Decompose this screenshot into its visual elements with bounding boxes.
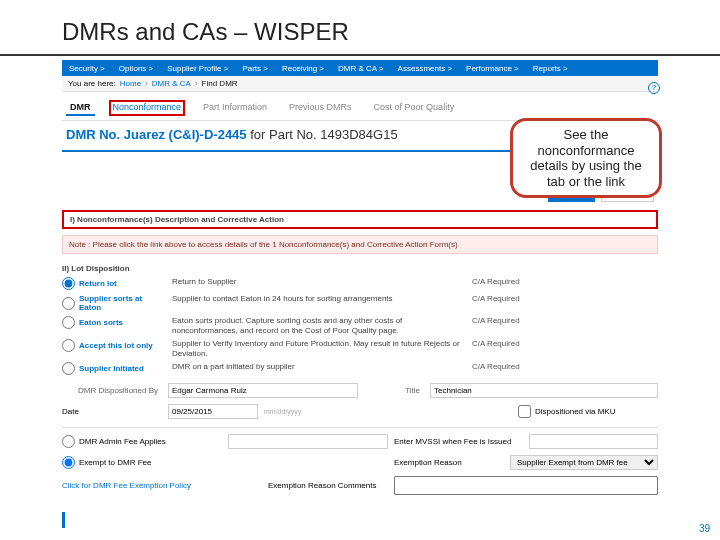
opt-accept-lot[interactable]: Accept this lot only: [62, 339, 162, 352]
ca-accept-lot: C/A Required: [472, 339, 658, 348]
slide-title: DMRs and CAs – WISPER: [0, 0, 720, 54]
dmr-number: DMR No. Juarez (C&I)-D-2445: [66, 127, 247, 142]
fee-row: DMR Admin Fee Applies Enter MVSSI when F…: [62, 434, 658, 449]
nav-supplier-profile[interactable]: Supplier Profile >: [160, 64, 235, 73]
radio-supplier-sorts[interactable]: [62, 297, 75, 310]
ca-eaton-sorts: C/A Required: [472, 316, 658, 325]
date-input[interactable]: [168, 404, 258, 419]
nav-reports[interactable]: Reports >: [526, 64, 575, 73]
opt-supplier-initiated[interactable]: Supplier Initiated: [62, 362, 162, 375]
desc-accept-lot: Supplier to Verify Inventory and Future …: [172, 339, 462, 358]
divider: [62, 427, 658, 428]
bottom-row: Click for DMR Fee Exemption Policy Exemp…: [62, 476, 658, 495]
mku-checkbox[interactable]: [518, 405, 531, 418]
ca-supplier-initiated: C/A Required: [472, 362, 658, 371]
nav-dmr-ca[interactable]: DMR & CA >: [331, 64, 391, 73]
radio-eaton-sorts[interactable]: [62, 316, 75, 329]
radio-exempt[interactable]: [62, 456, 75, 469]
section-nonconformance-header: I) Nonconformance(s) Description and Cor…: [62, 210, 658, 229]
dispositioned-mku[interactable]: Dispositioned via MKU: [518, 405, 658, 418]
tab-nonconformance[interactable]: Nonconformance: [109, 100, 186, 116]
opt-supplier-sorts[interactable]: Supplier sorts at Eaton: [62, 294, 162, 312]
opt-eaton-sorts[interactable]: Eaton sorts: [62, 316, 162, 329]
nav-options[interactable]: Options >: [112, 64, 160, 73]
radio-admin-fee[interactable]: [62, 435, 75, 448]
ca-supplier-sorts: C/A Required: [472, 294, 658, 303]
admin-fee-applies[interactable]: DMR Admin Fee Applies: [62, 435, 222, 448]
crumb-dmr-ca[interactable]: DMR & CA: [152, 79, 191, 88]
section-lot-disposition: II) Lot Disposition: [62, 262, 658, 277]
part-number: for Part No. 1493D84G15: [250, 127, 397, 142]
nav-assessments[interactable]: Assessments >: [391, 64, 459, 73]
accent-bar: [62, 512, 65, 528]
desc-eaton-sorts: Eaton sorts product. Capture sorting cos…: [172, 316, 462, 335]
tab-cost-poor-quality[interactable]: Cost of Poor Quality: [370, 100, 459, 116]
nav-security[interactable]: Security >: [62, 64, 112, 73]
tab-previous-dmrs[interactable]: Previous DMRs: [285, 100, 356, 116]
breadcrumb-label: You are here:: [68, 79, 116, 88]
date-row: Date mm/dd/yyyy Dispositioned via MKU: [62, 404, 658, 419]
mvssi-input[interactable]: [529, 434, 658, 449]
desc-supplier-initiated: DMR on a part initiated by supplier: [172, 362, 462, 372]
exempt-comments-label: Exemption Reason Comments: [268, 481, 388, 490]
tabs: DMR Nonconformance Part Information Prev…: [62, 92, 658, 121]
exempt-fee[interactable]: Exempt to DMR Fee: [62, 456, 222, 469]
desc-return-lot: Return to Supplier: [172, 277, 462, 287]
admin-fee-input[interactable]: [228, 434, 388, 449]
disposition-grid: Return lot Return to Supplier C/A Requir…: [62, 277, 658, 375]
date-label: Date: [62, 407, 162, 416]
nav-parts[interactable]: Parts >: [235, 64, 275, 73]
desc-supplier-sorts: Supplier to contact Eaton in 24 hours fo…: [172, 294, 462, 304]
fee-policy-link[interactable]: Click for DMR Fee Exemption Policy: [62, 481, 262, 490]
nav-performance[interactable]: Performance >: [459, 64, 526, 73]
radio-supplier-initiated[interactable]: [62, 362, 75, 375]
dispositioned-row: DMR Dispositioned By Title: [62, 383, 658, 398]
note-box: Note : Please click the link above to ac…: [62, 235, 658, 254]
exempt-row: Exempt to DMR Fee Exemption Reason Suppl…: [62, 455, 658, 470]
callout-annotation: See the nonconformance details by using …: [510, 118, 662, 198]
nav-receiving[interactable]: Receiving >: [275, 64, 331, 73]
breadcrumb-sep: ›: [195, 79, 198, 88]
radio-return-lot[interactable]: [62, 277, 75, 290]
navbar: Security > Options > Supplier Profile > …: [62, 60, 658, 76]
title-underline: [0, 54, 720, 56]
dispositioned-by-input[interactable]: [168, 383, 358, 398]
title-input[interactable]: [430, 383, 658, 398]
tab-part-information[interactable]: Part Information: [199, 100, 271, 116]
help-icon[interactable]: ?: [648, 82, 660, 94]
exempt-reason-select[interactable]: Supplier Exempt from DMR fee: [510, 455, 658, 470]
exempt-comments-input[interactable]: [394, 476, 658, 495]
page-number: 39: [699, 523, 710, 534]
mvssi-label: Enter MVSSI when Fee is Issued: [394, 437, 523, 446]
title-label: Title: [364, 386, 424, 395]
crumb-home[interactable]: Home: [120, 79, 141, 88]
tab-dmr[interactable]: DMR: [66, 100, 95, 116]
ca-return-lot: C/A Required: [472, 277, 658, 286]
radio-accept-lot[interactable]: [62, 339, 75, 352]
dispositioned-by-label: DMR Dispositioned By: [62, 386, 162, 395]
breadcrumb-sep: ›: [145, 79, 148, 88]
breadcrumb: You are here: Home › DMR & CA › Find DMR: [62, 76, 658, 92]
exempt-reason-label: Exemption Reason: [394, 458, 504, 467]
date-hint: mm/dd/yyyy: [264, 408, 512, 415]
crumb-find-dmr: Find DMR: [202, 79, 238, 88]
opt-return-lot[interactable]: Return lot: [62, 277, 162, 290]
